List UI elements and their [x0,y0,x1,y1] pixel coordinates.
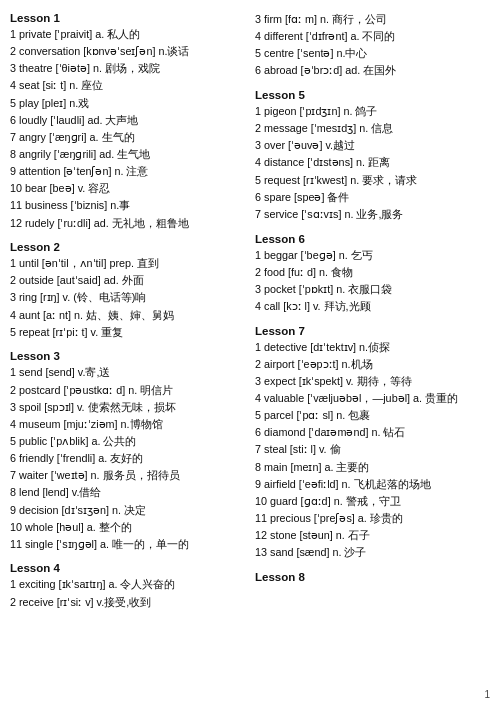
list-item: 7 waiter [ˈweɪtə] n. 服务员，招待员 [10,468,247,484]
list-item: 3 firm [fɑː m] n. 商行，公司 [255,12,492,28]
list-item: 8 main [meɪn] a. 主要的 [255,460,492,476]
list-item: 12 stone [stəun] n. 石子 [255,528,492,544]
list-item: 3 over [ˈəuvə] v.越过 [255,138,492,154]
list-item: 2 food [fuː d] n. 食物 [255,265,492,281]
list-item: 2 receive [rɪˈsiː v] v.接受,收到 [10,595,247,611]
list-item: 9 airfield [ˈeəfiːld] n. 飞机起落的场地 [255,477,492,493]
list-item: 1 until [ənˈtil，ʌnˈtil] prep. 直到 [10,256,247,272]
list-item: 5 request [rɪˈkwest] n. 要求，请求 [255,173,492,189]
list-item: 5 centre [ˈsentə] n.中心 [255,46,492,62]
list-item: 1 private [ˈpraivit] a. 私人的 [10,27,247,43]
list-item: 6 diamond [ˈdaɪəmənd] n. 钻石 [255,425,492,441]
list-item: 10 guard [ɡɑːd] n. 警戒，守卫 [255,494,492,510]
list-item: 8 angrily [ˈæŋɡrili] ad. 生气地 [10,147,247,163]
list-item: 5 parcel [ˈpɑː sl] n. 包裹 [255,408,492,424]
lesson-title: Lesson 7 [255,325,492,337]
list-item: 9 decision [dɪˈsɪʒən] n. 决定 [10,503,247,519]
list-item: 2 outside [autˈsaid] ad. 外面 [10,273,247,289]
list-item: 4 call [kɔː l] v. 拜访,光顾 [255,299,492,315]
list-item: 10 whole [həul] a. 整个的 [10,520,247,536]
list-item: 6 spare [speə] 备件 [255,190,492,206]
list-item: 4 seat [siː t] n. 座位 [10,78,247,94]
list-item: 5 public [ˈpʌblik] a. 公共的 [10,434,247,450]
list-item: 1 pigeon [ˈpɪdʒɪn] n. 鸽子 [255,104,492,120]
list-item: 2 airport [ˈeəpɔːt] n.机场 [255,357,492,373]
lesson-title: Lesson 1 [10,12,247,24]
lesson-title: Lesson 2 [10,241,247,253]
main-content: Lesson 11 private [ˈpraivit] a. 私人的2 con… [10,12,492,620]
left-column: Lesson 11 private [ˈpraivit] a. 私人的2 con… [10,12,247,620]
lesson-block: Lesson 51 pigeon [ˈpɪdʒɪn] n. 鸽子2 messag… [255,89,492,222]
list-item: 6 friendly [ˈfrendli] a. 友好的 [10,451,247,467]
lesson-title: Lesson 8 [255,571,492,583]
list-item: 7 service [ˈsɑːvɪs] n. 业务,服务 [255,207,492,223]
list-item: 1 exciting [ɪkˈsaɪtɪŋ] a. 令人兴奋的 [10,577,247,593]
list-item: 11 business [ˈbiznis] n.事 [10,198,247,214]
page-number: 1 [484,689,490,700]
list-item: 11 single [ˈsɪŋɡəl] a. 唯一的，单一的 [10,537,247,553]
list-item: 2 message [ˈmesɪdʒ] n. 信息 [255,121,492,137]
list-item: 9 attention [əˈtenʃən] n. 注意 [10,164,247,180]
lesson-block: Lesson 41 exciting [ɪkˈsaɪtɪŋ] a. 令人兴奋的2… [10,562,247,610]
list-item: 7 angry [ˈæŋɡri] a. 生气的 [10,130,247,146]
list-item: 11 precious [ˈpreʃəs] a. 珍贵的 [255,511,492,527]
list-item: 5 play [pleɪ] n.戏 [10,96,247,112]
list-item: 3 spoil [spɔɪl] v. 使索然无味，损坏 [10,400,247,416]
list-item: 3 ring [rɪŋ] v. (铃、电话等)响 [10,290,247,306]
list-item: 12 rudely [ˈruːdli] ad. 无礼地，粗鲁地 [10,216,247,232]
list-item: 1 detective [dɪˈtektɪv] n.侦探 [255,340,492,356]
list-item: 5 repeat [rɪˈpiː t] v. 重复 [10,325,247,341]
lesson-block: 3 firm [fɑː m] n. 商行，公司4 different [ˈdɪf… [255,12,492,79]
list-item: 3 expect [ɪkˈspekt] v. 期待，等待 [255,374,492,390]
list-item: 1 send [send] v.寄,送 [10,365,247,381]
list-item: 2 conversation [kɒnvəˈseɪʃən] n.谈话 [10,44,247,60]
list-item: 4 aunt [aː nt] n. 姑、姨、婶、舅妈 [10,308,247,324]
list-item: 4 different [ˈdɪfrənt] a. 不同的 [255,29,492,45]
lesson-block: Lesson 31 send [send] v.寄,送2 postcard [ˈ… [10,350,247,552]
list-item: 6 loudly [ˈlaudli] ad. 大声地 [10,113,247,129]
list-item: 7 steal [stiː l] v. 偷 [255,442,492,458]
lesson-title: Lesson 6 [255,233,492,245]
lesson-title: Lesson 3 [10,350,247,362]
lesson-block: Lesson 21 until [ənˈtil，ʌnˈtil] prep. 直到… [10,241,247,340]
lesson-block: Lesson 8 [255,571,492,583]
list-item: 6 abroad [əˈbrɔːd] ad. 在国外 [255,63,492,79]
right-column: 3 firm [fɑː m] n. 商行，公司4 different [ˈdɪf… [255,12,492,620]
list-item: 4 valuable [ˈvæljuəbəl，—jubəl] a. 贵重的 [255,391,492,407]
list-item: 3 theatre [ˈθiətə] n. 剧场，戏院 [10,61,247,77]
list-item: 4 museum [mjuːˈziəm] n.博物馆 [10,417,247,433]
lesson-title: Lesson 5 [255,89,492,101]
lesson-title: Lesson 4 [10,562,247,574]
list-item: 3 pocket [ˈpɒkɪt] n. 衣服口袋 [255,282,492,298]
list-item: 1 beggar [ˈbeɡə] n. 乞丐 [255,248,492,264]
lesson-block: Lesson 71 detective [dɪˈtektɪv] n.侦探2 ai… [255,325,492,561]
lesson-block: Lesson 11 private [ˈpraivit] a. 私人的2 con… [10,12,247,231]
list-item: 10 bear [beə] v. 容忍 [10,181,247,197]
list-item: 2 postcard [ˈpəustkɑː d] n. 明信片 [10,383,247,399]
list-item: 13 sand [sænd] n. 沙子 [255,545,492,561]
lesson-block: Lesson 61 beggar [ˈbeɡə] n. 乞丐2 food [fu… [255,233,492,315]
list-item: 4 distance [ˈdɪstəns] n. 距离 [255,155,492,171]
list-item: 8 lend [lend] v.借给 [10,485,247,501]
